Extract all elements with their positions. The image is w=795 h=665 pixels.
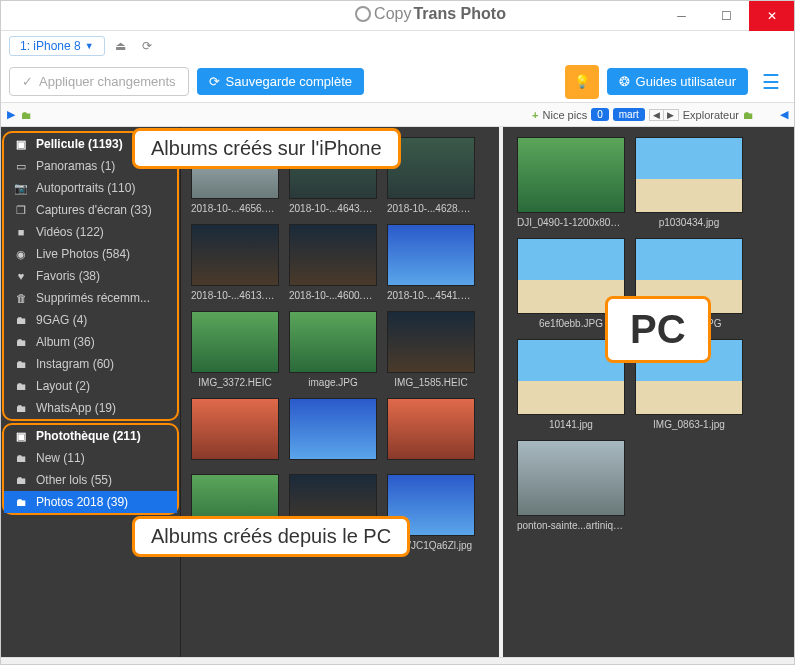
- album-icon: ♥: [14, 270, 28, 282]
- path-segment[interactable]: mart: [613, 108, 645, 121]
- collapse-icon[interactable]: ◀: [780, 108, 788, 121]
- thumbnail-label: DJI_0490-1-1200x800.jpg: [517, 217, 625, 228]
- photo-thumbnail[interactable]: image.JPG: [289, 311, 377, 388]
- thumbnail-image: [289, 224, 377, 286]
- sidebar-item[interactable]: 🖿Photos 2018 (39): [4, 491, 177, 513]
- photo-thumbnail[interactable]: [387, 398, 475, 464]
- photo-thumbnail[interactable]: 2018-10-...4613.png: [191, 224, 279, 301]
- thumbnail-label: IMG_1585.HEIC: [387, 377, 475, 388]
- chevron-down-icon: ▼: [85, 41, 94, 51]
- callout-iphone-albums: Albums créés sur l'iPhone: [132, 128, 401, 169]
- sidebar-item-label: WhatsApp (19): [36, 401, 116, 415]
- sidebar-item-label: 9GAG (4): [36, 313, 87, 327]
- photo-thumbnail[interactable]: IMG_1585.HEIC: [387, 311, 475, 388]
- check-icon: ✓: [22, 74, 33, 89]
- device-row: 1: iPhone 8 ▼ ⏏ ⟳: [1, 31, 794, 61]
- sidebar-item[interactable]: ❐Captures d'écran (33): [4, 199, 177, 221]
- thumbnail-image: [517, 137, 625, 213]
- sidebar-item-label: Vidéos (122): [36, 225, 104, 239]
- status-bar: Espace libre : 28.51 GB Total : 59.59 GB…: [1, 657, 794, 665]
- thumbnail-image: [387, 224, 475, 286]
- album-name[interactable]: Nice pics: [543, 109, 588, 121]
- photo-thumbnail[interactable]: [191, 398, 279, 464]
- album-icon: 🖿: [14, 474, 28, 486]
- sidebar-item[interactable]: ■Vidéos (122): [4, 221, 177, 243]
- album-icon: 🖿: [14, 496, 28, 508]
- user-guides-button[interactable]: ❂ Guides utilisateur: [607, 68, 748, 95]
- photo-thumbnail[interactable]: IMG_3372.HEIC: [191, 311, 279, 388]
- photo-thumbnail[interactable]: p1030434.jpg: [635, 137, 743, 228]
- thumbnail-image: [387, 311, 475, 373]
- thumbnail-label: ponton-sainte...artinique.jpg: [517, 520, 625, 531]
- folder-open-icon[interactable]: 🖿: [743, 109, 754, 121]
- thumbnail-label: IMG_3372.HEIC: [191, 377, 279, 388]
- sidebar-item[interactable]: 🖿Layout (2): [4, 375, 177, 397]
- sidebar-item-label: Instagram (60): [36, 357, 114, 371]
- sidebar-item-label: Supprimés récemm...: [36, 291, 150, 305]
- tips-button[interactable]: 💡: [565, 65, 599, 99]
- sidebar-item[interactable]: 🗑Supprimés récemm...: [4, 287, 177, 309]
- device-photos-pane: 2018-10-...4656.png2018-10-...4643.png20…: [181, 127, 503, 657]
- titlebar: CopyTrans Photo ─ ☐ ✕: [1, 1, 794, 31]
- photo-thumbnail[interactable]: 2018-10-...4541.png: [387, 224, 475, 301]
- thumbnail-label: image.JPG: [289, 377, 377, 388]
- main-area: ▣Pellicule (1193)▭Panoramas (1)📷Autoport…: [1, 127, 794, 657]
- sidebar-item[interactable]: ♥Favoris (38): [4, 265, 177, 287]
- sidebar-item[interactable]: 🖿WhatsApp (19): [4, 397, 177, 419]
- minimize-button[interactable]: ─: [659, 1, 704, 31]
- lifebuoy-icon: ❂: [619, 74, 630, 89]
- play-icon[interactable]: ▶: [7, 108, 15, 121]
- refresh-button[interactable]: ⟳: [137, 36, 157, 56]
- sidebar-group-header[interactable]: ▣Photothèque (211): [4, 425, 177, 447]
- sidebar-item-label: Live Photos (584): [36, 247, 130, 261]
- add-icon[interactable]: +: [532, 109, 538, 121]
- album-icon: 🖿: [14, 452, 28, 464]
- thumbnail-image: [289, 398, 377, 460]
- scrollbar[interactable]: [786, 127, 794, 657]
- pc-photos-pane: DJI_0490-1-1200x800.jpgp1030434.jpg6e1f0…: [507, 127, 786, 657]
- eject-button[interactable]: ⏏: [111, 36, 131, 56]
- sidebar-item[interactable]: 🖿9GAG (4): [4, 309, 177, 331]
- folder-icon[interactable]: 🖿: [21, 109, 32, 121]
- apply-changes-button[interactable]: ✓ Appliquer changements: [9, 67, 189, 96]
- sidebar-item-label: Autoportraits (110): [36, 181, 135, 195]
- sidebar-item[interactable]: 📷Autoportraits (110): [4, 177, 177, 199]
- album-icon: 📷: [14, 182, 28, 195]
- explorer-label[interactable]: Explorateur: [683, 109, 739, 121]
- sidebar-item[interactable]: ◉Live Photos (584): [4, 243, 177, 265]
- album-icon: ❐: [14, 204, 28, 217]
- maximize-button[interactable]: ☐: [704, 1, 749, 31]
- thumbnail-image: [387, 398, 475, 460]
- photo-thumbnail[interactable]: [289, 398, 377, 464]
- sidebar-item-label: Captures d'écran (33): [36, 203, 152, 217]
- device-selector[interactable]: 1: iPhone 8 ▼: [9, 36, 105, 56]
- thumbnail-label: 2018-10-...4613.png: [191, 290, 279, 301]
- photo-thumbnail[interactable]: DJI_0490-1-1200x800.jpg: [517, 137, 625, 228]
- close-button[interactable]: ✕: [749, 1, 794, 31]
- sidebar-item[interactable]: 🖿New (11): [4, 447, 177, 469]
- full-backup-button[interactable]: ⟳ Sauvegarde complète: [197, 68, 364, 95]
- thumbnail-label: 2018-10-...4643.png: [289, 203, 377, 214]
- hamburger-menu[interactable]: ☰: [756, 70, 786, 94]
- sidebar-item-label: Favoris (38): [36, 269, 100, 283]
- thumbnail-image: [191, 398, 279, 460]
- camera-icon: ▣: [14, 138, 28, 151]
- album-icon: 🖿: [14, 314, 28, 326]
- main-toolbar: ✓ Appliquer changements ⟳ Sauvegarde com…: [1, 61, 794, 103]
- nav-arrows[interactable]: ◀▶: [649, 109, 679, 121]
- svg-point-0: [356, 7, 370, 21]
- sidebar-item[interactable]: 🖿Other lols (55): [4, 469, 177, 491]
- album-icon: ◉: [14, 248, 28, 261]
- photo-thumbnail[interactable]: ponton-sainte...artinique.jpg: [517, 440, 625, 531]
- refresh-icon: ⟳: [209, 74, 220, 89]
- photo-thumbnail[interactable]: 2018-10-...4600.png: [289, 224, 377, 301]
- sidebar-item-label: Album (36): [36, 335, 95, 349]
- album-icon: 🖿: [14, 336, 28, 348]
- thumbnail-image: [191, 224, 279, 286]
- album-icon: 🖿: [14, 402, 28, 414]
- album-icon: 🖿: [14, 380, 28, 392]
- sidebar-item-label: Layout (2): [36, 379, 90, 393]
- callout-pc: PC: [605, 296, 711, 363]
- sidebar-item[interactable]: 🖿Album (36): [4, 331, 177, 353]
- sidebar-item[interactable]: 🖿Instagram (60): [4, 353, 177, 375]
